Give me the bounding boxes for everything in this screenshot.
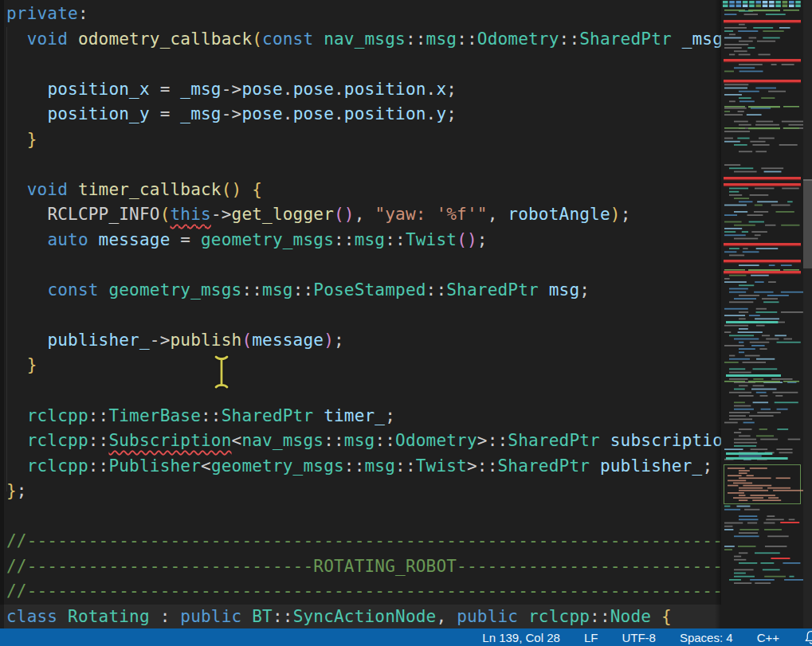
code-line[interactable] <box>0 303 721 328</box>
status-language[interactable]: C++ <box>757 631 779 644</box>
code-line[interactable] <box>0 378 721 404</box>
code-line[interactable]: position_x = _msg->pose.pose.position.x; <box>0 77 721 103</box>
editor-left-shade <box>0 0 4 628</box>
status-indentation[interactable]: Spaces: 4 <box>680 631 733 644</box>
code-line[interactable]: position_y = _msg->pose.pose.position.y; <box>0 102 721 127</box>
code-line[interactable]: RCLCPP_INFO(this->get_logger(), "yaw: '%… <box>0 202 721 228</box>
ibeam-cursor-icon <box>212 354 231 390</box>
status-encoding[interactable]: UTF-8 <box>622 631 656 644</box>
code-line[interactable]: } <box>0 353 721 378</box>
code-line[interactable]: //--------------------------------------… <box>0 529 721 554</box>
editor-minimap-seam <box>715 0 721 628</box>
status-cursor-position[interactable]: Ln 139, Col 28 <box>482 631 560 644</box>
code-line[interactable]: rclcpp::Publisher<geometry_msgs::msg::Tw… <box>0 454 721 480</box>
code-editor-area[interactable]: private: void odometry_callback(const na… <box>0 0 721 628</box>
code-line[interactable]: rclcpp::TimerBase::SharedPtr timer_; <box>0 404 721 429</box>
code-line[interactable]: auto message = geometry_msgs::msg::Twist… <box>0 228 721 253</box>
scrollbar-thumb[interactable] <box>803 179 812 268</box>
status-eol[interactable]: LF <box>584 631 598 644</box>
status-bar: Ln 139, Col 28 LF UTF-8 Spaces: 4 C++ <box>0 628 812 646</box>
code-line[interactable] <box>0 504 721 530</box>
code-line[interactable]: void timer_callback() { <box>0 178 721 203</box>
code-line[interactable]: void odometry_callback(const nav_msgs::m… <box>0 27 721 53</box>
code-line[interactable]: class Rotating : public BT::SyncActionNo… <box>0 605 721 628</box>
code-line[interactable]: rclcpp::Subscription<nav_msgs::msg::Odom… <box>0 429 721 454</box>
bell-icon[interactable] <box>803 630 812 644</box>
scrollbar-track[interactable] <box>803 0 812 628</box>
vscode-editor-window: private: void odometry_callback(const na… <box>0 0 812 646</box>
code-lines[interactable]: private: void odometry_callback(const na… <box>0 0 721 628</box>
code-line[interactable]: //----------------------------ROTATING_R… <box>0 554 721 580</box>
code-line[interactable]: publisher_->publish(message); <box>0 328 721 354</box>
code-line[interactable]: private: <box>0 2 721 27</box>
code-line[interactable] <box>0 152 721 178</box>
code-line[interactable] <box>0 52 721 77</box>
code-line[interactable]: //--------------------------------------… <box>0 579 721 605</box>
minimap[interactable] <box>721 0 803 628</box>
code-line[interactable] <box>0 253 721 278</box>
code-line[interactable]: const geometry_msgs::msg::PoseStamped::S… <box>0 278 721 303</box>
code-line[interactable]: } <box>0 127 721 153</box>
code-line[interactable]: }; <box>0 479 721 504</box>
